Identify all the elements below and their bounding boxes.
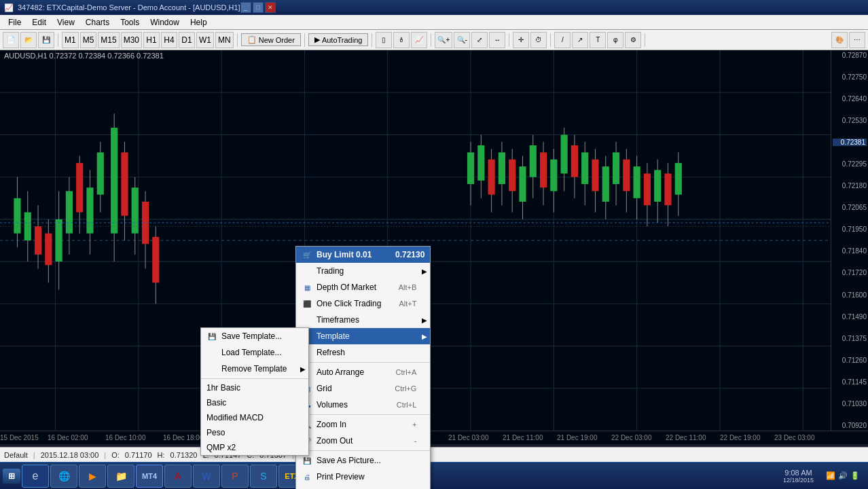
taskbar-mt4[interactable]: MT4 xyxy=(136,465,163,488)
fit-btn[interactable]: ⤢ xyxy=(471,32,488,48)
save-as-picture-icon: 💾 xyxy=(302,455,312,466)
menu-edit[interactable]: Edit xyxy=(26,15,52,29)
menu-help[interactable]: Help xyxy=(185,15,213,29)
taskbar-adobe[interactable]: A xyxy=(164,465,192,488)
status-datetime: 2015.12.18 03:00 xyxy=(41,451,99,459)
template-peso[interactable]: Peso xyxy=(201,425,308,440)
oct-icon: ⬛ xyxy=(302,298,312,309)
dom-shortcut: Alt+B xyxy=(385,283,417,291)
taskbar-vlc[interactable]: ▶ xyxy=(79,465,106,488)
buy-limit-value: 0.72130 xyxy=(395,250,424,259)
statusbar: Default | 2015.12.18 03:00 | O: 0.71170 … xyxy=(0,447,868,462)
mn-btn[interactable]: MN xyxy=(215,32,234,48)
remove-template-label: Remove Template xyxy=(221,364,287,374)
taskbar-docs[interactable]: 📁 xyxy=(107,465,134,488)
m5-btn[interactable]: M5 xyxy=(80,32,97,48)
fib-tool[interactable]: φ xyxy=(607,32,623,48)
open-button[interactable]: 📂 xyxy=(20,32,37,48)
menu-window[interactable]: Window xyxy=(145,15,185,29)
settings-btn[interactable]: ⚙ xyxy=(625,32,641,48)
template-remove[interactable]: Remove Template ▶ xyxy=(201,361,308,377)
taskbar-ppt[interactable]: P xyxy=(221,465,249,488)
volumes-shortcut: Ctrl+L xyxy=(383,401,417,409)
zoom-out-toolbar[interactable]: 🔍- xyxy=(454,32,470,48)
save-button[interactable]: 💾 xyxy=(38,32,54,48)
menu-charts[interactable]: Charts xyxy=(80,15,115,29)
ctx-template[interactable]: Template ▶ xyxy=(296,328,430,344)
app-icon: 📈 xyxy=(4,3,14,12)
start-button[interactable]: ⊞ xyxy=(3,469,20,484)
arrow-tool[interactable]: ↗ xyxy=(572,32,588,48)
ctx-zoom-in[interactable]: 🔍 Zoom In + xyxy=(296,416,430,433)
color-btn[interactable]: 🎨 xyxy=(831,32,848,48)
h4-btn[interactable]: H4 xyxy=(161,32,177,48)
taskbar-ie[interactable]: e xyxy=(22,465,49,488)
status-open-val: 0.71170 xyxy=(125,451,152,459)
trading-arrow: ▶ xyxy=(422,268,427,275)
taskbar-word[interactable]: W xyxy=(193,465,220,488)
main-context-menu: 🛒 Buy Limit 0.01 0.72130 Trading ▶ ▦ Dep… xyxy=(295,246,431,489)
line-tool[interactable]: / xyxy=(554,32,571,48)
ctx-volumes[interactable]: ▬ Volumes Ctrl+L xyxy=(296,397,430,413)
ctx-save-as-picture[interactable]: 💾 Save As Picture... xyxy=(296,452,430,469)
template-load[interactable]: Load Template... xyxy=(201,344,308,361)
window-title: 347482: ETXCapital-Demo Server - Demo Ac… xyxy=(18,3,240,12)
ctx-auto-arrange[interactable]: Auto Arrange Ctrl+A xyxy=(296,364,430,380)
scroll-btn[interactable]: ↔ xyxy=(489,32,505,48)
candle-btn[interactable]: 🕯 xyxy=(393,32,410,48)
periods-btn[interactable]: ⏱ xyxy=(530,32,547,48)
menu-tools[interactable]: Tools xyxy=(115,15,145,29)
menu-file[interactable]: File xyxy=(3,15,26,29)
ctx-trading-label: Trading xyxy=(317,266,344,276)
ctx-zoom-out-label: Zoom Out xyxy=(317,436,352,446)
ctx-depth-of-market[interactable]: ▦ Depth Of Market Alt+B xyxy=(296,279,430,295)
ctx-timeframes[interactable]: Timeframes ▶ xyxy=(296,312,430,328)
close-button[interactable]: ✕ xyxy=(265,2,276,13)
autotrading-button[interactable]: ▶ AutoTrading xyxy=(308,33,369,46)
remove-template-icon xyxy=(206,363,217,374)
template-sep xyxy=(201,378,308,379)
m30-btn[interactable]: M30 xyxy=(121,32,142,48)
text-tool[interactable]: T xyxy=(590,32,606,48)
grid-shortcut: Ctrl+G xyxy=(381,384,416,393)
crosshair-btn[interactable]: ✛ xyxy=(513,32,529,48)
template-save[interactable]: 💾 Save Template... xyxy=(201,328,308,344)
ctx-zoom-out[interactable]: 🔎 Zoom Out - xyxy=(296,433,430,449)
w1-btn[interactable]: W1 xyxy=(196,32,214,48)
h1-btn[interactable]: H1 xyxy=(143,32,160,48)
ctx-print[interactable]: 🖨 Print... Ctrl+P xyxy=(296,485,430,489)
template-modified-macd[interactable]: Modified MACD xyxy=(201,410,308,425)
ctx-trading[interactable]: Trading ▶ xyxy=(296,263,430,279)
template-1hr-basic[interactable]: 1hr Basic xyxy=(201,380,308,395)
ctx-one-click-trading[interactable]: ⬛ One Click Trading Alt+T xyxy=(296,295,430,312)
template-basic[interactable]: Basic xyxy=(201,395,308,410)
ctx-refresh-label: Refresh xyxy=(317,348,345,357)
bar-chart-btn[interactable]: ▯ xyxy=(376,32,392,48)
context-menu-overlay[interactable]: 🛒 Buy Limit 0.01 0.72130 Trading ▶ ▦ Dep… xyxy=(0,50,868,447)
minimize-button[interactable]: _ xyxy=(240,2,251,13)
autotrading-icon: ▶ xyxy=(314,35,320,44)
template-qmp-x2[interactable]: QMP x2 xyxy=(201,440,308,455)
ctx-grid[interactable]: ▦ Grid Ctrl+G xyxy=(296,380,430,397)
ctx-menu-header[interactable]: 🛒 Buy Limit 0.01 0.72130 xyxy=(296,247,430,263)
maximize-button[interactable]: □ xyxy=(253,2,264,13)
ctx-refresh[interactable]: Refresh xyxy=(296,344,430,361)
menubar: File Edit View Charts Tools Window Help xyxy=(0,15,868,30)
taskbar-skype[interactable]: S xyxy=(250,465,277,488)
ctx-oct-label: One Click Trading xyxy=(317,299,381,308)
new-order-button[interactable]: 📋 New Order xyxy=(241,33,301,46)
zoom-in-btn[interactable]: M1 xyxy=(62,32,79,48)
remove-template-arrow: ▶ xyxy=(300,365,306,373)
zoom-in-toolbar[interactable]: 🔍+ xyxy=(435,32,452,48)
ctx-print-preview[interactable]: 🖨 Print Preview xyxy=(296,469,430,485)
menu-view[interactable]: View xyxy=(52,15,80,29)
new-chart-button[interactable]: 📄 xyxy=(3,32,19,48)
taskbar-chrome[interactable]: 🌐 xyxy=(50,465,77,488)
m15-btn[interactable]: M15 xyxy=(98,32,119,48)
extra-btn[interactable]: ⋯ xyxy=(849,32,865,48)
peso-label: Peso xyxy=(206,428,225,437)
status-high-label: H: xyxy=(158,451,165,459)
autotrading-label: AutoTrading xyxy=(322,36,363,44)
d1-btn[interactable]: D1 xyxy=(179,32,195,48)
line-btn[interactable]: 📈 xyxy=(411,32,427,48)
